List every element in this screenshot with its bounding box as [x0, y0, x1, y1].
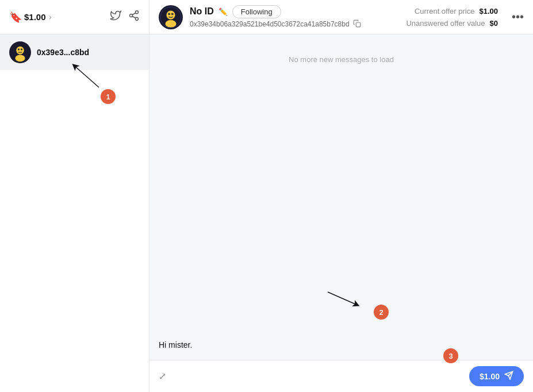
left-header: 🔖 $1.00 › — [0, 0, 149, 34]
contact-address: 0x39e34b06a329a521be4d50c3672ca41a85b7c8… — [190, 20, 350, 28]
svg-point-6 — [166, 10, 175, 19]
twitter-icon[interactable] — [110, 10, 121, 24]
contact-avatar — [159, 5, 183, 29]
copy-icon[interactable] — [353, 20, 361, 29]
svg-point-13 — [16, 47, 24, 55]
svg-rect-11 — [356, 22, 361, 27]
send-button[interactable]: $1.00 — [469, 366, 524, 386]
svg-point-0 — [136, 11, 139, 14]
bookmark-icon: 🔖 — [9, 11, 22, 24]
expand-icon[interactable]: ⤢ — [159, 371, 166, 382]
following-button[interactable]: Following — [232, 5, 281, 18]
svg-point-7 — [166, 20, 177, 27]
contact-info: No ID ✏️ Following 0x39e34b06a329a521be4… — [190, 5, 361, 29]
more-options-icon[interactable]: ••• — [512, 10, 524, 24]
send-price-label: $1.00 — [480, 372, 500, 381]
left-header-actions — [110, 10, 140, 24]
no-messages-label: No more new messages to load — [159, 44, 524, 64]
right-panel: No more new messages to load Hi mister. … — [149, 34, 533, 392]
contact-name-row: No ID ✏️ Following — [190, 5, 361, 18]
svg-line-3 — [132, 16, 136, 18]
svg-point-2 — [136, 17, 139, 20]
svg-point-15 — [18, 48, 20, 50]
svg-point-16 — [21, 48, 22, 50]
list-item-name: 0x39e3...c8bd — [37, 48, 89, 57]
contact-address-row: 0x39e34b06a329a521be4d50c3672ca41a85b7c8… — [190, 20, 361, 29]
svg-point-14 — [16, 55, 25, 62]
chevron-right-icon: › — [49, 13, 52, 21]
current-offer-value: $1.00 — [479, 7, 498, 16]
svg-point-1 — [130, 14, 133, 17]
bookmark-price-area[interactable]: 🔖 $1.00 › — [9, 11, 52, 24]
price-label: $1.00 — [24, 12, 46, 22]
top-bar: 🔖 $1.00 › — [0, 0, 533, 34]
svg-line-4 — [132, 13, 136, 14]
current-offer-label: Current offer price — [415, 7, 475, 16]
unanswered-offer-label: Unanswered offer value — [406, 19, 485, 28]
send-icon — [504, 371, 513, 382]
message-text: Hi mister. — [159, 339, 378, 351]
svg-point-8 — [168, 13, 170, 15]
left-panel: 0x39e3...c8bd — [0, 34, 149, 392]
unanswered-offer-value: $0 — [490, 19, 498, 28]
message-bubble: Hi mister. — [159, 339, 378, 351]
messages-area: No more new messages to load Hi mister. … — [149, 34, 533, 360]
unanswered-offer-row: Unanswered offer value $0 — [406, 19, 498, 28]
share-icon[interactable] — [128, 10, 140, 24]
current-offer-row: Current offer price $1.00 — [406, 7, 498, 16]
list-item[interactable]: 0x39e3...c8bd — [0, 34, 149, 70]
offer-prices: Current offer price $1.00 Unanswered off… — [406, 7, 498, 28]
contact-name: No ID — [190, 6, 214, 17]
edit-icon[interactable]: ✏️ — [218, 7, 228, 16]
app-container: 🔖 $1.00 › — [0, 0, 533, 392]
bottom-bar: ⤢ $1.00 3 — [149, 360, 533, 392]
main-content: 0x39e3...c8bd No more new messages — [0, 34, 533, 392]
svg-point-9 — [171, 13, 174, 15]
right-header: No ID ✏️ Following 0x39e34b06a329a521be4… — [149, 0, 533, 34]
list-item-avatar — [9, 41, 31, 63]
